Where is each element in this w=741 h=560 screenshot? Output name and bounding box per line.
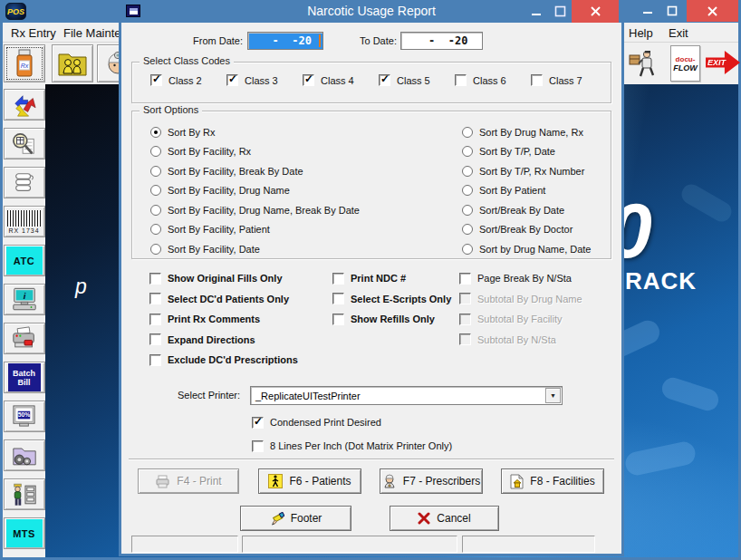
button-label: F7 - Prescribers [403, 475, 480, 488]
class-codes-groupbox: Select Class Codes Class 2 Class 3 Class… [131, 62, 611, 103]
sort-option-radio[interactable]: Sort by Drug Name, Date [462, 239, 592, 259]
mts-button[interactable]: MTS [4, 517, 45, 549]
class-code-label: Class 5 [397, 75, 430, 86]
batch-bill-button[interactable]: Batch Bill [4, 362, 45, 393]
flag-checkbox[interactable]: Subtotal By N/Sta [459, 330, 582, 351]
menu-rx-entry[interactable]: Rx Entry [7, 25, 60, 41]
class-code-checkbox[interactable]: Class 5 [379, 74, 455, 86]
class-code-checkbox[interactable]: Class 2 [150, 74, 226, 86]
flag-checkbox[interactable]: Subtotal By Drug Name [459, 289, 582, 310]
barcode-button[interactable]: RX 1734 [4, 206, 45, 237]
checkbox-icon [332, 314, 344, 325]
atc-button[interactable]: ATC [4, 245, 45, 276]
sort-option-radio[interactable]: Sort By Facility, Break By Date [150, 161, 360, 181]
flag-label: Show Refills Only [351, 314, 435, 324]
flag-checkbox[interactable]: Expand Directions [149, 330, 298, 351]
menu-exit[interactable]: Exit [665, 25, 692, 41]
to-date-input[interactable]: - -20 [400, 32, 483, 50]
class-code-label: Class 7 [549, 75, 582, 86]
class-code-checkbox[interactable]: Class 7 [531, 74, 607, 86]
dialog-close-button[interactable] [572, 0, 619, 23]
print-queue-button[interactable] [4, 323, 45, 354]
dropdown-arrow-icon[interactable]: ▼ [545, 388, 561, 403]
separator [129, 459, 614, 460]
checkbox-icon [332, 273, 344, 285]
menu-help[interactable]: Help [625, 25, 657, 41]
sort-option-radio[interactable]: Sort By Facility, Rx [150, 142, 360, 162]
checkbox-icon [226, 74, 238, 86]
dialog-minimize-button[interactable] [524, 0, 548, 23]
maximize-icon [667, 5, 678, 16]
f4-print-button[interactable]: F4 - Print [138, 468, 239, 494]
flag-checkbox[interactable]: Page Break By N/Sta [459, 268, 582, 289]
class-code-label: Class 4 [321, 75, 354, 86]
flag-checkbox[interactable]: Show Refills Only [332, 309, 451, 330]
class-code-label: Class 6 [473, 75, 506, 86]
dialog-maximize-button[interactable] [548, 0, 572, 23]
checkbox-icon [149, 333, 161, 345]
sort-option-radio[interactable]: Sort By T/P, Date [462, 142, 592, 162]
flag-label: Select DC'd Patients Only [168, 294, 289, 304]
f7-prescribers-button[interactable]: F7 - Prescribers [380, 468, 483, 494]
radio-icon [150, 224, 161, 235]
rx-list-button[interactable] [4, 167, 45, 198]
cancel-button[interactable]: Cancel [390, 506, 499, 531]
print-option-checkbox[interactable]: 8 Lines Per Inch (Dot Matrix Printer Onl… [252, 434, 452, 458]
flag-checkbox[interactable]: Print NDC # [332, 268, 451, 289]
main-close-button[interactable] [687, 0, 738, 22]
svg-text:Rx: Rx [21, 63, 29, 69]
f6-patients-button[interactable]: F6 - Patients [258, 468, 361, 494]
printer-select[interactable]: _ReplicateUITestPrinter ▼ [250, 386, 563, 405]
folder-settings-button[interactable] [4, 439, 45, 471]
sort-option-label: Sort By Facility, Date [168, 244, 260, 255]
dialog-titlebar[interactable]: Narcotic Usage Report [119, 0, 624, 23]
printer-icon [11, 326, 38, 351]
sort-option-radio[interactable]: Sort By Facility, Drug Name [150, 181, 360, 201]
fifty-percent-button[interactable]: 50% [4, 401, 45, 432]
flag-checkbox[interactable]: Print Rx Comments [149, 309, 298, 330]
main-maximize-button[interactable] [661, 0, 683, 22]
sort-option-radio[interactable]: Sort By Drug Name, Rx [462, 122, 592, 142]
class-code-checkbox[interactable]: Class 3 [226, 74, 303, 86]
narcotic-usage-report-dialog: Narcotic Usage Report From Date: - -20 [119, 0, 624, 556]
class-code-checkbox[interactable]: Class 6 [455, 74, 531, 86]
radio-icon [150, 146, 161, 157]
delivery-button[interactable] [622, 44, 664, 82]
print-option-checkbox[interactable]: Condensed Print Desired [252, 410, 452, 434]
mts-tile: MTS [6, 519, 43, 547]
main-minimize-button[interactable] [637, 0, 659, 22]
f8-facilities-button[interactable]: F8 - Facilities [501, 468, 604, 494]
class-code-checkbox[interactable]: Class 4 [303, 74, 379, 86]
patients-button[interactable] [52, 44, 93, 82]
exit-app-button[interactable]: EXIT [706, 50, 740, 75]
flag-checkbox[interactable]: Exclude DC'd Prescriptions [149, 350, 298, 371]
sort-option-radio[interactable]: Sort/Break By Date [462, 200, 592, 220]
from-date-input[interactable]: - -20 [247, 32, 323, 50]
sync-button[interactable] [4, 89, 45, 121]
sort-option-radio[interactable]: Sort By Facility, Date [150, 239, 360, 259]
flag-checkbox[interactable]: Select DC'd Patients Only [149, 289, 298, 310]
flag-checkbox[interactable]: Subtotal By Facility [459, 309, 582, 330]
sort-option-radio[interactable]: Sort/Break By Doctor [462, 220, 592, 240]
docuflow-button[interactable]: docu- FLOW [670, 45, 700, 82]
folder-gear-icon [11, 443, 38, 468]
search-report-button[interactable] [4, 128, 45, 159]
radio-icon [462, 127, 473, 138]
flag-checkbox[interactable]: Show Original Fills Only [149, 268, 298, 289]
footer-button[interactable]: Footer [240, 506, 351, 531]
exit-arrow-icon: EXIT [707, 58, 726, 67]
sort-option-radio[interactable]: Sort By T/P, Rx Number [462, 161, 592, 181]
flag-checkbox[interactable]: Select E-Scripts Only [332, 289, 451, 310]
rx-entry-button[interactable]: Rx [4, 44, 45, 82]
sort-option-radio[interactable]: Sort By Patient [462, 181, 592, 201]
print-option-label: 8 Lines Per Inch (Dot Matrix Printer Onl… [270, 440, 452, 451]
sort-options-groupbox: Sort Options Sort By Rx Sort By Facility… [131, 111, 611, 259]
sync-arrows-icon [12, 92, 37, 118]
computer-info-button[interactable]: i [4, 284, 45, 315]
class-codes-title: Select Class Codes [140, 55, 234, 66]
barcode-label: RX 1734 [8, 227, 39, 234]
sort-option-radio[interactable]: Sort By Rx [150, 122, 360, 142]
sort-option-radio[interactable]: Sort By Facility, Drug Name, Break By Da… [150, 200, 360, 220]
archive-button[interactable] [4, 478, 45, 510]
sort-option-radio[interactable]: Sort By Facility, Patient [150, 220, 360, 240]
